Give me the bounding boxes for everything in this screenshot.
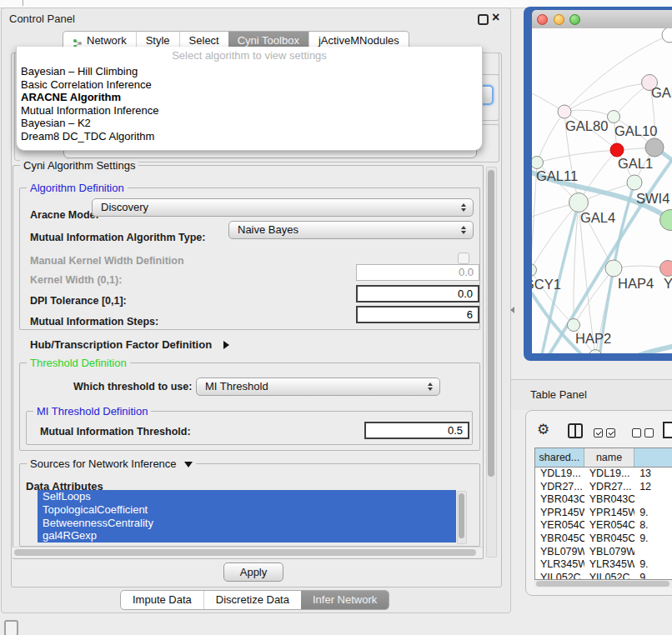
mi-algorithm-type-select[interactable]: Naive Bayes <box>228 221 474 239</box>
tab-impute-data[interactable]: Impute Data <box>121 591 203 609</box>
table-row[interactable]: YLR345WYLR345W9. <box>535 558 672 572</box>
network-edge[interactable] <box>532 202 579 270</box>
network-node[interactable] <box>645 138 664 157</box>
manual-kernel-width-checkbox[interactable] <box>458 252 469 264</box>
kernel-width-input[interactable]: 0.0 <box>356 264 479 281</box>
network-edge[interactable] <box>537 150 617 162</box>
hub-definition-expander[interactable]: Hub/Transcription Factor Definition <box>30 337 229 352</box>
table-cell: YBL079W <box>584 546 634 559</box>
table-row[interactable]: YBL079WYBL079W <box>535 546 672 559</box>
mi-steps-input[interactable]: 6 <box>356 306 479 323</box>
network-node[interactable] <box>605 260 622 277</box>
table-cell <box>634 546 672 559</box>
apply-button[interactable]: Apply <box>223 562 283 582</box>
settings-vertical-scrollbar-thumb[interactable] <box>488 170 494 477</box>
network-edge-highlighted[interactable] <box>631 347 672 353</box>
sources-title-wrap[interactable]: Sources for Network Inference <box>27 458 196 470</box>
threshold-definition-title: Threshold Definition <box>27 357 130 369</box>
minimize-window-icon[interactable] <box>554 14 564 25</box>
network-node[interactable] <box>532 264 537 277</box>
network-node[interactable] <box>568 319 580 332</box>
algorithm-option[interactable]: Dream8 DC_TDC Algorithm <box>21 130 482 143</box>
mi-threshold-label: Mutual Information Threshold: <box>40 426 191 438</box>
zoom-window-icon[interactable] <box>569 14 580 25</box>
table-row[interactable]: YBR043CYBR043C <box>535 493 672 507</box>
algorithm-option[interactable]: Basic Correlation Inference <box>21 78 482 92</box>
table-row[interactable]: YDR27...YDR27...12 <box>535 481 672 494</box>
tab-discretize-data[interactable]: Discretize Data <box>203 591 301 609</box>
close-icon[interactable]: × <box>492 10 499 25</box>
network-node-label: GCY1 <box>532 277 561 292</box>
algorithm-option[interactable]: Bayesian – K2 <box>21 117 482 130</box>
table-horizontal-scrollbar[interactable] <box>534 580 672 588</box>
network-edge[interactable] <box>564 82 649 112</box>
table-row[interactable]: YBR045CYBR045C9. <box>535 532 672 546</box>
mi-steps-label: Mutual Information Steps: <box>30 316 158 328</box>
table-row[interactable]: YPR145WYPR145W9. <box>535 507 672 520</box>
attribute-item[interactable]: gal4RGexp <box>38 529 456 542</box>
network-node[interactable] <box>610 143 624 157</box>
table-column-header[interactable] <box>634 448 672 467</box>
algorithm-option[interactable]: Mutual Information Inference <box>21 104 482 118</box>
network-edge[interactable] <box>537 112 564 162</box>
network-node-label: GAL10 <box>614 123 657 138</box>
aracne-mode-select[interactable]: Discovery <box>92 198 474 217</box>
node-table[interactable]: shared...name YDL19...YDL19...13YDR27...… <box>534 448 672 580</box>
attribute-item[interactable]: BetweennessCentrality <box>38 517 456 530</box>
table-row[interactable]: YIL052CYIL052C9 <box>535 572 672 580</box>
document-icon[interactable] <box>663 422 672 438</box>
algorithm-option[interactable]: Bayesian – Hill Climbing <box>21 65 482 78</box>
data-attributes-list[interactable]: SelfLoopsTopologicalCoefficientBetweenne… <box>38 490 456 542</box>
network-node[interactable] <box>608 111 620 123</box>
attributes-scrollbar[interactable] <box>457 491 467 544</box>
table-cell: YBR043C <box>535 493 584 507</box>
network-window-titlebar[interactable] <box>532 10 672 29</box>
dpi-tolerance-input[interactable]: 0.0 <box>356 285 479 302</box>
attributes-scrollbar-thumb[interactable] <box>459 493 464 538</box>
attribute-item[interactable]: TopologicalCoefficient <box>38 503 456 517</box>
which-threshold-select[interactable]: MI Threshold <box>196 378 440 396</box>
grid-toggle-icon[interactable] <box>4 620 18 635</box>
table-column-header[interactable]: shared... <box>535 448 584 467</box>
table-row[interactable]: YDL19...YDL19...13 <box>535 468 672 481</box>
top-strip-tick <box>23 0 23 6</box>
table-column-header[interactable]: name <box>584 448 634 467</box>
algorithm-dropdown-popup: Select algorithm to view settings Bayesi… <box>16 47 483 151</box>
network-node[interactable] <box>627 175 642 190</box>
table-cell: YDR27... <box>584 481 634 494</box>
deselect-all-checkboxes-icon[interactable] <box>632 426 657 441</box>
settings-horizontal-scrollbar[interactable] <box>13 547 483 558</box>
settings-horizontal-scrollbar-thumb[interactable] <box>14 549 476 556</box>
select-all-checkboxes-icon[interactable] <box>594 426 619 441</box>
algorithm-option[interactable]: ARACNE Algorithm <box>21 91 482 104</box>
attribute-item[interactable]: SelfLoops <box>38 490 456 503</box>
table-cell: 13 <box>634 468 672 481</box>
float-window-icon[interactable] <box>478 14 489 25</box>
columns-icon[interactable] <box>568 423 583 438</box>
network-edge[interactable] <box>564 110 614 117</box>
mi-threshold-input[interactable]: 0.5 <box>364 422 469 439</box>
tab-infer-network[interactable]: Infer Network <box>301 591 389 609</box>
gear-icon[interactable]: ⚙ <box>537 422 549 437</box>
table-horizontal-scrollbar-thumb[interactable] <box>536 581 669 587</box>
network-node[interactable] <box>662 28 672 42</box>
dpi-tolerance-label: DPI Tolerance [0,1]: <box>30 295 127 307</box>
network-node[interactable] <box>660 261 672 277</box>
algorithm-dropdown-placeholder: Select algorithm to view settings <box>17 47 482 65</box>
kernel-width-label: Kernel Width (0,1): <box>30 274 122 286</box>
network-node[interactable] <box>532 157 544 169</box>
settings-vertical-scrollbar[interactable] <box>486 167 497 558</box>
split-pane-handle[interactable] <box>510 307 514 313</box>
table-row[interactable]: YER054CYER054C8. <box>535 519 672 532</box>
algorithm-definition-title: Algorithm Definition <box>27 182 128 194</box>
network-edge[interactable] <box>564 35 669 112</box>
network-node[interactable] <box>558 105 571 118</box>
table-cell: YDL19... <box>535 468 584 481</box>
desktop: { "colors": { "selection_blue": "#3a6bc8… <box>0 0 672 635</box>
which-threshold-label: Which threshold to use: <box>73 381 192 392</box>
network-canvas-svg: GALGAL80GAL10GAL1GAL11SWI4GAL4GCY1HAP4YH… <box>532 28 672 353</box>
network-canvas[interactable]: GALGAL80GAL10GAL1GAL11SWI4GAL4GCY1HAP4YH… <box>532 28 672 353</box>
table-panel-band: Table Panel <box>511 379 672 410</box>
table-cell: 9. <box>634 507 672 520</box>
close-window-icon[interactable] <box>537 14 548 25</box>
